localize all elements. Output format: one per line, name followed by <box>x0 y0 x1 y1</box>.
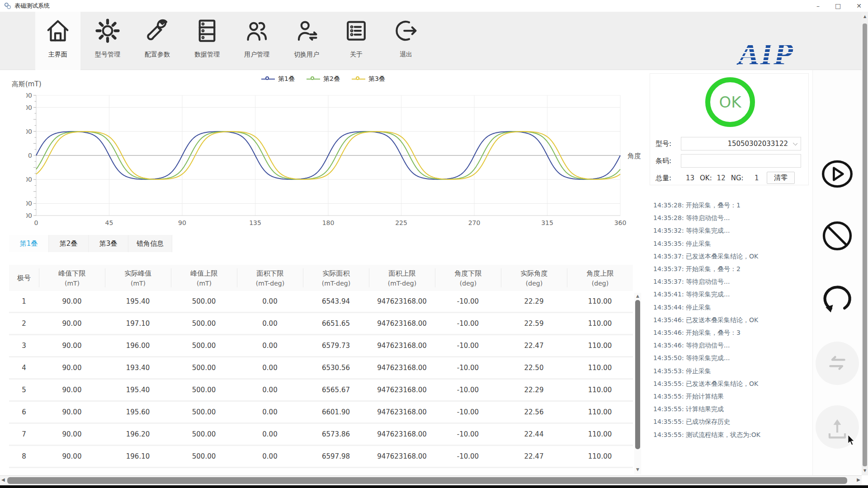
log-output: 14:35:28: 开始采集，叠号：114:35:28: 等待启动信号...14… <box>653 199 811 452</box>
tab-3[interactable]: 第3叠 <box>89 235 128 252</box>
table-cell: 196.10 <box>105 452 171 460</box>
table-cell: 6579.73 <box>303 342 369 350</box>
results-table: 极号峰值下限(mT)实际峰值(mT)峰值上限(mT)面积下限(mT-deg)实际… <box>9 265 633 468</box>
svg-text:270: 270 <box>468 219 481 226</box>
table-cell: 110.00 <box>567 364 633 372</box>
table-row[interactable]: 290.00197.10500.000.006651.65947623168.0… <box>9 313 633 335</box>
tab-4[interactable]: 错角信息 <box>128 235 172 252</box>
stop-button[interactable] <box>820 219 854 255</box>
log-line: 14:35:35: 停止采集 <box>653 237 811 250</box>
svg-text:-200: -200 <box>26 176 32 183</box>
table-row[interactable]: 890.00196.10500.000.006597.98947623168.0… <box>9 446 633 468</box>
model-select[interactable]: 15050302033122 <box>681 137 801 150</box>
table-cell: 500.00 <box>171 386 237 394</box>
toolbar-item-label: 用户管理 <box>244 51 269 59</box>
table-cell: 6565.67 <box>303 386 369 394</box>
log-line: 14:35:55: 计算结果完成 <box>653 403 811 415</box>
toolbar-item-label: 型号管理 <box>95 51 120 59</box>
tab-1[interactable]: 第1叠 <box>9 235 49 252</box>
table-row[interactable]: 690.00195.60500.000.006601.90947623168.0… <box>9 402 633 424</box>
column-header: 角度上限(deg) <box>567 268 633 287</box>
barcode-input[interactable] <box>681 154 801 168</box>
table-cell: 90.00 <box>39 408 105 416</box>
toolbar-item-label: 数据管理 <box>194 51 220 59</box>
table-cell: 500.00 <box>171 342 237 350</box>
maximize-button[interactable]: □ <box>835 2 841 9</box>
table-cell: 0.00 <box>237 452 303 460</box>
table-row[interactable]: 490.00193.40500.000.006530.56947623168.0… <box>9 357 633 380</box>
rotate-icon <box>820 282 854 317</box>
table-cell: 22.29 <box>501 297 567 305</box>
table-row[interactable]: 190.00195.40500.000.006543.94947623168.0… <box>9 291 633 313</box>
column-header: 极号 <box>9 268 39 287</box>
table-cell: 195.40 <box>105 297 171 305</box>
close-button[interactable]: ✕ <box>856 2 862 9</box>
table-cell: 6573.86 <box>303 430 369 438</box>
window-vertical-scrollbar[interactable]: ▲ ▼ <box>862 12 868 475</box>
table-cell: 947623168.00 <box>369 364 435 372</box>
toolbar-item-5[interactable]: 用户管理 <box>234 12 279 70</box>
table-row[interactable]: 590.00195.40500.000.006565.67947623168.0… <box>9 380 633 402</box>
app-window: 表磁测试系统 – □ ✕ 主界面型号管理配置参数数据管理用户管理切换用户关于退出… <box>0 0 868 488</box>
table-scrollbar-thumb[interactable] <box>635 300 640 449</box>
log-line: 14:35:55: 已成功保存历史 <box>653 415 811 428</box>
toolbar-item-2[interactable]: 型号管理 <box>85 12 130 70</box>
log-line: 14:35:55: 开始计算结果 <box>653 390 811 403</box>
table-cell: 500.00 <box>171 319 237 328</box>
switch-user-icon <box>293 17 320 44</box>
window-horizontal-scrollbar[interactable]: ◀ ▶ <box>0 475 862 485</box>
horizontal-scrollbar-thumb[interactable] <box>7 477 847 484</box>
window-title: 表磁测试系统 <box>14 2 50 10</box>
svg-text:200: 200 <box>26 128 32 135</box>
table-cell: 196.00 <box>105 342 171 350</box>
toolbar-item-8[interactable]: 退出 <box>383 12 429 70</box>
table-cell: 110.00 <box>567 408 633 416</box>
table-cell: 110.00 <box>567 297 633 305</box>
column-header: 峰值下限(mT) <box>39 268 105 287</box>
clear-button[interactable]: 清零 <box>767 172 795 184</box>
scroll-up-icon[interactable]: ▲ <box>862 14 868 19</box>
table-cell: 22.44 <box>501 430 567 438</box>
toolbar-item-7[interactable]: 关于 <box>334 12 379 70</box>
table-cell: -10.00 <box>435 408 501 416</box>
table-cell: 22.47 <box>501 452 567 460</box>
scroll-left-icon[interactable]: ◀ <box>1 477 5 482</box>
table-cell: 0.00 <box>237 364 303 372</box>
title-bar: 表磁测试系统 – □ ✕ <box>0 0 868 12</box>
start-button[interactable] <box>820 157 854 193</box>
table-row[interactable]: 790.00196.20500.000.006573.86947623168.0… <box>9 424 633 446</box>
scroll-down-icon[interactable]: ▼ <box>862 469 868 473</box>
table-row[interactable]: 390.00196.00500.000.006579.73947623168.0… <box>9 335 633 357</box>
table-cell: 22.50 <box>501 364 567 372</box>
action-button-strip <box>812 70 862 475</box>
table-cell: 110.00 <box>567 386 633 394</box>
log-line: 14:35:55: 已发送本叠采集结论，OK <box>653 377 811 390</box>
table-cell: 90.00 <box>39 342 105 350</box>
table-scroll-up-icon[interactable]: ▲ <box>634 294 641 298</box>
toolbar-item-label: 关于 <box>350 51 363 59</box>
table-cell: 947623168.00 <box>369 408 435 416</box>
minimize-button[interactable]: – <box>816 2 820 9</box>
table-scroll-down-icon[interactable]: ▼ <box>634 467 641 472</box>
toolbar-item-6[interactable]: 切换用户 <box>284 12 329 70</box>
about-icon <box>343 17 370 44</box>
brand-logo: AIP <box>738 37 822 71</box>
table-cell: 947623168.00 <box>369 319 435 328</box>
table-cell: 110.00 <box>567 342 633 350</box>
table-cell: 6651.65 <box>303 319 369 328</box>
table-cell: 0.00 <box>237 430 303 438</box>
column-header: 峰值上限(mT) <box>171 268 237 287</box>
toolbar-item-3[interactable]: 配置参数 <box>135 12 180 70</box>
toolbar-item-4[interactable]: 数据管理 <box>184 12 230 70</box>
tab-2[interactable]: 第2叠 <box>49 235 89 252</box>
reset-button[interactable] <box>820 282 854 319</box>
vertical-scrollbar-thumb[interactable] <box>863 23 867 466</box>
table-scrollbar[interactable]: ▲ <box>634 293 641 474</box>
table-cell: 500.00 <box>171 452 237 460</box>
toolbar-item-1[interactable]: 主界面 <box>35 12 80 70</box>
table-cell: 195.40 <box>105 386 171 394</box>
table-cell: 500.00 <box>171 297 237 305</box>
toolbar-item-label: 配置参数 <box>145 51 170 59</box>
log-line: 14:35:41: 等待采集完成... <box>653 288 811 300</box>
scroll-right-icon[interactable]: ▶ <box>857 477 860 482</box>
